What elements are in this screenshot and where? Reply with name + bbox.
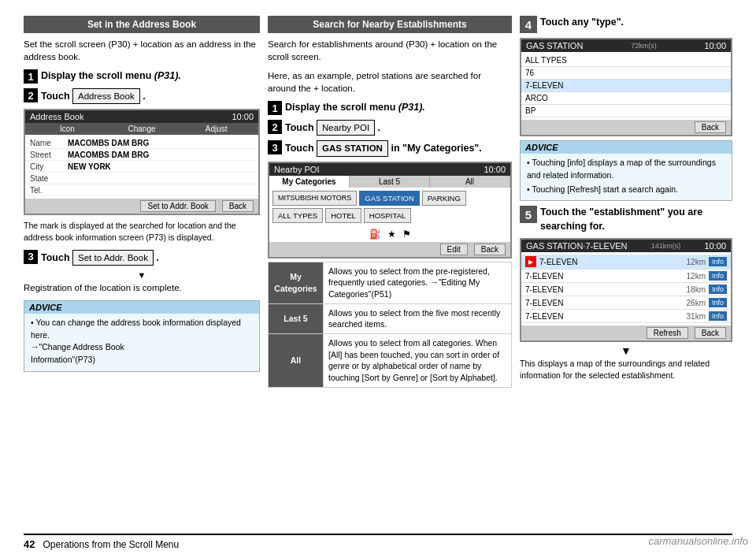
- page: Set in the Address Book Set the scroll s…: [0, 0, 756, 558]
- step4-advice-item-2: Touching [Refresh] start a search again.: [527, 184, 725, 196]
- gas-station-screen: GAS STATION 72km(s) 10:00 ALL TYPES 76 7…: [520, 38, 732, 136]
- gs-row-bp[interactable]: BP: [521, 105, 731, 117]
- gs-row-arco[interactable]: ARCO: [521, 92, 731, 105]
- right-step-5: 5 Touch the "establishment" you are sear…: [520, 206, 732, 233]
- result-text: This displays a map of the surroundings …: [520, 358, 732, 381]
- info-label-my-categories: MyCategories: [269, 262, 324, 303]
- rs-row-2[interactable]: 7-ELEVEN 12km Info: [521, 270, 731, 283]
- left-section: Set in the Address Book Set the scroll s…: [24, 16, 260, 527]
- left-advice: ADVICE You can change the address book i…: [24, 300, 260, 372]
- page-number: 42: [24, 538, 35, 550]
- left-advice-body: You can change the address book informat…: [24, 314, 259, 371]
- ab-row-tel: Tel.: [25, 184, 258, 196]
- gs-body: ALL TYPES 76 7-ELEVEN ARCO BP: [521, 52, 731, 120]
- ab-col-icon: Icon: [30, 125, 105, 133]
- cat-parking[interactable]: PARKING: [422, 191, 466, 206]
- info-label-last5: Last 5: [269, 303, 324, 333]
- rs-dist: 141km(s): [651, 242, 681, 250]
- step-num-5: 5: [520, 206, 537, 223]
- info-btn-2[interactable]: Info: [709, 271, 727, 281]
- step-num-2: 2: [24, 88, 38, 102]
- nearby-poi-button[interactable]: Nearby POI: [317, 120, 375, 136]
- flag-icon: ▶: [525, 256, 536, 267]
- step4-advice: ADVICE Touching [info] displays a map of…: [520, 140, 732, 201]
- cat-gas-station[interactable]: GAS STATION: [359, 191, 419, 206]
- address-book-button[interactable]: Address Book: [72, 88, 140, 104]
- registration-text: Registration of the location is complete…: [24, 281, 260, 294]
- rs-row-1[interactable]: ▶ 7-ELEVEN 12km Info: [521, 255, 731, 270]
- rs-time: 10:00: [704, 241, 726, 251]
- gs-header: GAS STATION 72km(s) 10:00: [521, 39, 731, 52]
- ab-row-street: Street MACOMBS DAM BRG: [25, 149, 258, 161]
- info-btn-5[interactable]: Info: [709, 311, 727, 321]
- step-num-1: 1: [24, 69, 38, 84]
- mid-step-1-label: Display the scroll menu (P31).: [285, 102, 425, 113]
- bottom-title: Operations from the Scroll Menu: [43, 539, 179, 550]
- gs-title: GAS STATION: [526, 41, 583, 50]
- middle-intro2: Here, as an example, petrol stations are…: [268, 69, 512, 95]
- left-step-3: 3 Touch Set to Addr. Book .: [24, 250, 260, 266]
- ab-time: 10:00: [232, 112, 254, 121]
- rs-row-4[interactable]: 7-ELEVEN 26km Info: [521, 296, 731, 310]
- step-num-4: 4: [520, 16, 537, 33]
- cat-hotel[interactable]: HOTEL: [325, 208, 361, 223]
- left-advice-header: ADVICE: [24, 301, 259, 314]
- info-row-my-categories: MyCategories Allows you to select from t…: [269, 262, 512, 303]
- watermark: carmanualsonline.info: [649, 535, 748, 547]
- ab-title: Address Book: [30, 112, 83, 121]
- rs-row-5[interactable]: 7-ELEVEN 31km Info: [521, 310, 731, 323]
- npoi-title: Nearby POI: [274, 165, 319, 174]
- bottom-bar: 42 Operations from the Scroll Menu: [24, 534, 732, 550]
- ab-set-btn[interactable]: Set to Addr. Book: [140, 200, 215, 212]
- gs-time: 10:00: [704, 41, 726, 50]
- left-arrow: ▼: [24, 270, 260, 280]
- info-table: MyCategories Allows you to select from t…: [268, 262, 512, 388]
- info-btn-1[interactable]: Info: [709, 257, 727, 266]
- ab-back-btn[interactable]: Back: [222, 200, 254, 212]
- cat-hospital[interactable]: HOSPITAL: [364, 208, 411, 223]
- info-text-all: Allows you to select from all categories…: [324, 334, 512, 388]
- cat-all-types[interactable]: ALL TYPES: [272, 208, 323, 223]
- step-5-content: Touch the "establishment" you are search…: [540, 206, 732, 233]
- cat-mitsubishi[interactable]: MITSUBISHI MOTORS: [272, 191, 357, 206]
- ab-row-city: City NEW YORK: [25, 161, 258, 173]
- middle-section: Search for Nearby Establishments Search …: [268, 16, 512, 527]
- gs-row-76[interactable]: 76: [521, 67, 731, 80]
- left-step-1: 1 Display the scroll menu (P31).: [24, 69, 260, 84]
- mid-step-num-1: 1: [268, 101, 282, 115]
- gs-back-btn[interactable]: Back: [695, 121, 726, 133]
- tab-my-categories[interactable]: My Categories: [269, 176, 350, 188]
- middle-step-2: 2 Touch Nearby POI .: [268, 120, 512, 136]
- icon-flag: ⚑: [402, 229, 411, 240]
- right-step-4: 4 Touch any "type".: [520, 16, 732, 33]
- icon-gas: ⛽: [369, 229, 381, 240]
- npoi-footer: Edit Back: [269, 242, 510, 257]
- ab-screen-header: Address Book 10:00: [25, 110, 258, 123]
- nearby-poi-screen: Nearby POI 10:00 My Categories Last 5 Al…: [268, 162, 512, 259]
- ab-row-name: Name MACOMBS DAM BRG: [25, 137, 258, 149]
- gs-row-7eleven[interactable]: 7-ELEVEN: [521, 80, 731, 92]
- step-2-content: Touch Address Book .: [41, 88, 260, 104]
- rs-refresh-btn[interactable]: Refresh: [647, 327, 688, 339]
- npoi-header: Nearby POI 10:00: [269, 163, 510, 176]
- set-addr-button[interactable]: Set to Addr. Book: [72, 250, 154, 266]
- info-row-all: All Allows you to select from all catego…: [269, 334, 512, 388]
- step-1-label: Display the scroll menu (P31).: [41, 70, 181, 81]
- ab-col-adjust: Adjust: [179, 125, 254, 133]
- info-btn-3[interactable]: Info: [709, 285, 727, 294]
- gas-station-button[interactable]: GAS STATION: [317, 140, 388, 156]
- rs-row-3[interactable]: 7-ELEVEN 18km Info: [521, 283, 731, 296]
- mid-step-num-3: 3: [268, 140, 282, 154]
- ab-footer: Set to Addr. Book Back: [25, 199, 258, 214]
- npoi-time: 10:00: [484, 165, 506, 174]
- tab-last5[interactable]: Last 5: [350, 176, 430, 188]
- rs-back-btn[interactable]: Back: [695, 327, 726, 339]
- info-btn-4[interactable]: Info: [709, 298, 727, 307]
- gs-footer: Back: [521, 120, 731, 135]
- npoi-edit-btn[interactable]: Edit: [440, 244, 468, 255]
- npoi-back-btn[interactable]: Back: [474, 244, 506, 255]
- gs-row-all-types[interactable]: ALL TYPES: [521, 54, 731, 67]
- tab-all[interactable]: All: [430, 176, 510, 188]
- left-step-2: 2 Touch Address Book .: [24, 88, 260, 104]
- right-arrow: ▼: [520, 345, 732, 356]
